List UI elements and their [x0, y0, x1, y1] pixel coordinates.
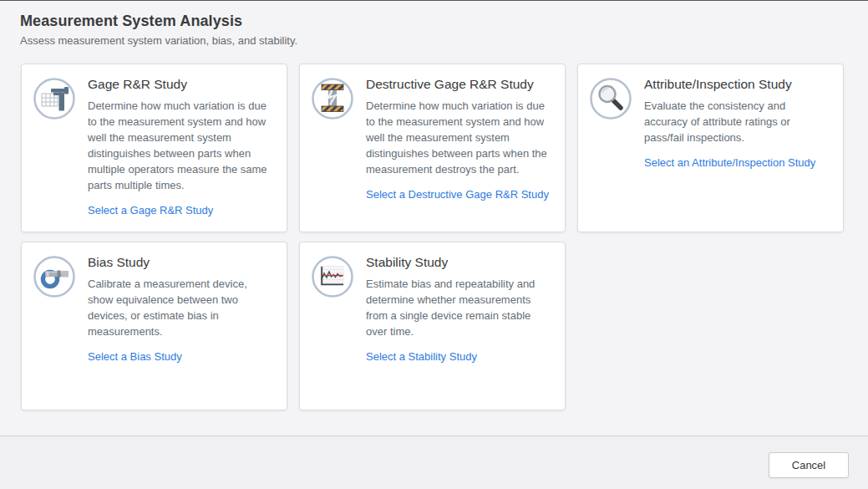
study-card-grid: Gage R&R Study Determine how much variat… [21, 64, 844, 410]
card-description: Calibrate a measurement device, show equ… [88, 276, 275, 339]
card-stability-study: Stability Study Estimate bias and repeat… [299, 242, 566, 410]
card-gage-rr-study: Gage R&R Study Determine how much variat… [21, 64, 287, 232]
card-description: Determine how much variation is due to t… [366, 98, 553, 177]
select-stability-study-link[interactable]: Select a Stability Study [366, 350, 477, 363]
card-title: Stability Study [366, 255, 553, 270]
micrometer-icon [33, 255, 76, 302]
run-chart-icon [311, 255, 354, 302]
card-title: Attribute/Inspection Study [644, 77, 831, 92]
select-destructive-gage-rr-link[interactable]: Select a Destructive Gage R&R Study [366, 188, 549, 201]
cancel-button[interactable]: Cancel [769, 452, 849, 478]
select-bias-study-link[interactable]: Select a Bias Study [88, 350, 182, 363]
card-description: Evaluate the consistency and accuracy of… [644, 98, 831, 145]
dialog-footer: Cancel [0, 436, 868, 489]
magnifier-icon [589, 77, 632, 124]
card-bias-study: Bias Study Calibrate a measurement devic… [21, 242, 287, 410]
destructive-test-icon [311, 77, 354, 124]
card-title: Destructive Gage R&R Study [366, 77, 553, 92]
caliper-gage-icon [33, 77, 76, 124]
card-title: Gage R&R Study [88, 77, 275, 92]
page-subtitle: Assess measurement system variation, bia… [20, 34, 848, 47]
card-attribute-inspection-study: Attribute/Inspection Study Evaluate the … [577, 64, 844, 232]
select-gage-rr-link[interactable]: Select a Gage R&R Study [88, 204, 213, 216]
card-destructive-gage-rr-study: Destructive Gage R&R Study Determine how… [299, 64, 566, 232]
select-attribute-inspection-link[interactable]: Select an Attribute/Inspection Study [644, 156, 815, 169]
card-title: Bias Study [88, 255, 275, 270]
page-title: Measurement System Analysis [20, 13, 848, 30]
card-description: Determine how much variation is due to t… [88, 98, 275, 193]
card-description: Estimate bias and repeatability and dete… [366, 276, 553, 339]
dialog-header: Measurement System Analysis Assess measu… [0, 1, 868, 47]
